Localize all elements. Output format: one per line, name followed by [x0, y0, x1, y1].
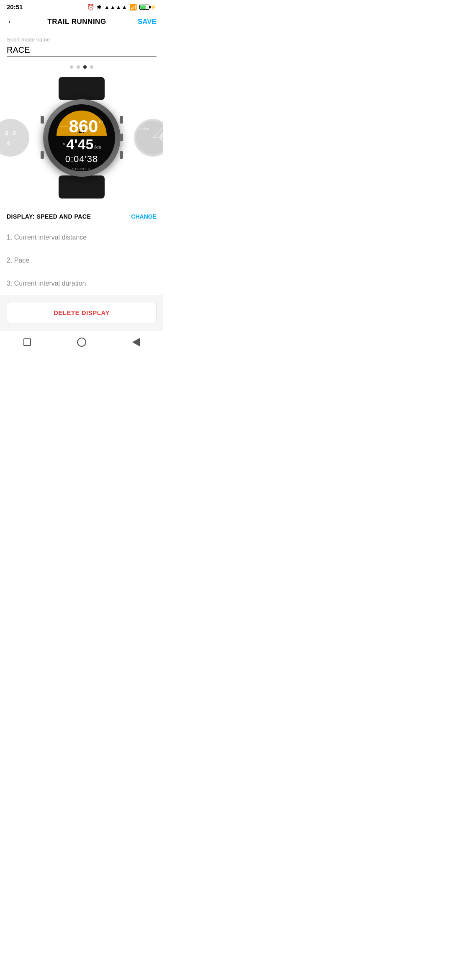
watch-container: 2 3 4 [0, 73, 163, 207]
back-button[interactable]: ← [7, 16, 16, 27]
square-icon [23, 338, 31, 346]
button-left-top[interactable] [41, 116, 44, 124]
pace-icon: ↻ [62, 142, 66, 146]
signal-icon: ▲▲▲▲ [104, 4, 127, 10]
status-icons: ⏰ ✱ ▲▲▲▲ 📶 ⚡ [87, 4, 157, 10]
circle-icon [77, 338, 86, 347]
alarm-icon: ⏰ [87, 4, 94, 10]
distance-icon: —— [60, 125, 68, 129]
data-item-text-2: 2. Pace [7, 257, 29, 264]
save-button[interactable]: SAVE [138, 18, 157, 26]
data-item-3[interactable]: 3. Current interval duration [0, 272, 163, 295]
nav-circle-button[interactable] [76, 336, 87, 348]
bottom-nav [0, 330, 163, 356]
pace-number: 4'45 [67, 137, 94, 151]
duration-value: 0:04'38 [65, 154, 98, 165]
button-right-top[interactable] [120, 116, 123, 124]
battery-indicator: ⚡ [139, 4, 157, 10]
button-right-bot[interactable] [120, 151, 123, 159]
button-right-mid[interactable] [120, 134, 123, 141]
distance-unit: m [99, 119, 103, 124]
change-button[interactable]: CHANGE [131, 213, 157, 220]
distance-value: —— 860 m [60, 118, 103, 135]
dot-4[interactable] [90, 65, 93, 69]
header: ← TRAIL RUNNING SAVE [0, 12, 163, 31]
display-section: DISPLAY: SPEED AND PACE CHANGE [0, 207, 163, 226]
left-watch-num1: 2 [5, 129, 8, 136]
main-watch: 2/6 INT —— 860 m ↻ 4'45 / [33, 77, 130, 199]
distance-row: —— 860 m [60, 118, 103, 135]
data-item-text-3: 3. Current interval duration [7, 280, 86, 287]
status-bar: 20:51 ⏰ ✱ ▲▲▲▲ 📶 ⚡ [0, 0, 163, 12]
brand-logo: SUUNTO [72, 167, 91, 171]
battery-body [139, 5, 149, 10]
battery-fill [140, 5, 146, 9]
watch-band-top [59, 77, 105, 100]
triangle-icon [132, 338, 140, 346]
side-watch-left[interactable]: 2 3 4 [0, 119, 29, 157]
status-time: 20:51 [7, 3, 23, 10]
dot-2[interactable] [77, 65, 80, 69]
dot-3[interactable] [83, 65, 87, 69]
delete-section: DELETE DISPLAY [0, 295, 163, 330]
data-item-text-1: 1. Current interval distance [7, 234, 87, 241]
left-watch-num3: 4 [7, 140, 10, 147]
battery-bolt: ⚡ [150, 4, 157, 10]
wifi-icon: 📶 [130, 4, 137, 10]
pace-row: ↻ 4'45 /km [62, 137, 101, 151]
display-header: DISPLAY: SPEED AND PACE CHANGE [7, 213, 157, 220]
watch-face: 2/6 INT —— 860 m ↻ 4'45 / [48, 104, 115, 171]
data-item-1[interactable]: 1. Current interval distance [0, 226, 163, 249]
watch-case: 2/6 INT —— 860 m ↻ 4'45 / [43, 99, 121, 177]
nav-back-button[interactable] [130, 336, 142, 348]
sport-mode-label: Sport mode name [7, 36, 157, 43]
watch-data: —— 860 m ↻ 4'45 /km 0:04'38 SUUNTO [48, 104, 115, 171]
bluetooth-icon: ✱ [97, 4, 102, 10]
button-left-bot[interactable] [41, 151, 44, 159]
distance-number: 860 [69, 118, 98, 135]
watch-band-bottom [59, 175, 105, 199]
dot-1[interactable] [70, 65, 73, 69]
sport-mode-input[interactable] [7, 45, 157, 57]
delete-display-button[interactable]: DELETE DISPLAY [7, 302, 157, 323]
page-title: TRAIL RUNNING [47, 18, 106, 26]
data-item-2[interactable]: 2. Pace [0, 249, 163, 272]
right-watch-icon: ▲ [159, 133, 163, 141]
data-items-list: 1. Current interval distance 2. Pace 3. … [0, 226, 163, 295]
pagination-dots [0, 57, 163, 73]
pace-unit: /km [94, 145, 101, 150]
left-watch-num2: 3 [13, 129, 16, 136]
nav-square-button[interactable] [21, 336, 33, 348]
display-title: DISPLAY: SPEED AND PACE [7, 213, 91, 220]
sport-mode-section: Sport mode name [0, 31, 163, 57]
side-watch-right[interactable]: 0.5km ▲ [134, 119, 163, 157]
